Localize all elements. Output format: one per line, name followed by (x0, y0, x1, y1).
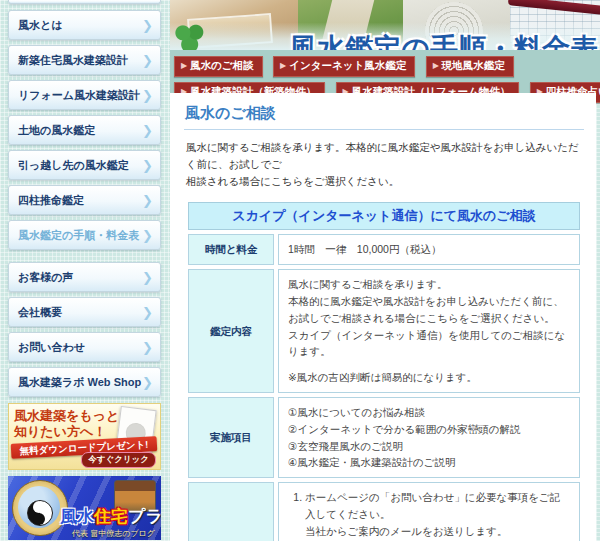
nav-button-label: 現地風水鑑定 (442, 59, 505, 71)
nav-button-onsite-appraisal[interactable]: ▶現地風水鑑定 (426, 56, 514, 77)
arrow-right-icon: ▶ (181, 61, 187, 70)
free-download-banner[interactable]: 風水建築をもっと 知りたい方へ！ 無料ダウンロードプレゼント! 今すぐクリック (8, 403, 161, 470)
sidebar-item-label: 風水とは (18, 18, 63, 33)
intro-paragraph: 風水に関するご相談を承ります。本格的に風水鑑定や風水設計をお申し込みいただく前に… (186, 139, 584, 189)
chevron-right-icon: ❯ (142, 305, 153, 320)
chevron-right-icon: ❯ (142, 193, 153, 208)
sidebar-item-procedure-price-active[interactable]: 風水鑑定の手順・料金表 ❯ (8, 220, 161, 250)
intro-line: 相談される場合にこちらをご選択ください。 (186, 175, 399, 187)
sidebar-item-label: 風水鑑定の手順・料金表 (18, 228, 139, 243)
table-row: 実施項目 ①風水についてのお悩み相談 ②インターネットで分かる範囲の外家巒頭の解… (188, 397, 580, 478)
chevron-right-icon: ❯ (142, 340, 153, 355)
table-row: 鑑定内容 風水に関するご相談を承ります。 本格的に風水鑑定や風水設計をお申し込み… (188, 269, 580, 393)
sidebar-item-customer-voice[interactable]: お客様の声 ❯ (8, 262, 161, 292)
row-value-time-price: 1時間 一律 10,000円（税込） (278, 234, 580, 265)
nav-button-label: 風水のご相談 (190, 59, 254, 71)
row-value-appraisal-content: 風水に関するご相談を承ります。 本格的に風水鑑定や風水設計をお申し込みいただく前… (278, 269, 580, 393)
sidebar-item-label: 風水建築ラボ Web Shop (18, 375, 141, 390)
table-row: 時間と料金 1時間 一律 10,000円（税込） (188, 234, 580, 265)
nav-button-consultation[interactable]: ▶風水のご相談 (174, 56, 263, 77)
banner-title-part2: 住宅 (94, 507, 128, 526)
quick-nav-row-1: ▶風水のご相談 ▶インターネット風水鑑定 ▶現地風水鑑定 (174, 55, 600, 77)
sidebar-item-new-house-design[interactable]: 新築住宅風水建築設計 ❯ (8, 45, 161, 75)
sidebar-item-land-appraisal[interactable]: 土地の風水鑑定 ❯ (8, 115, 161, 145)
sidebar: 風水とは ❯ 新築住宅風水建築設計 ❯ リフォーム風水建築設計 ❯ 土地の風水鑑… (8, 0, 161, 540)
sidebar-item-contact[interactable]: お問い合わせ ❯ (8, 332, 161, 362)
table-header-skype: スカイプ（インターネット通信）にて風水のご相談 (188, 202, 580, 230)
chevron-right-icon: ❯ (142, 270, 153, 285)
fusui-jutaku-plan-blog-banner[interactable]: 風水住宅プラン 代表 畠中僚志のブログ (8, 476, 161, 540)
yinyang-icon (27, 500, 53, 526)
cell-line: ④風水鑑定・風水建築設計のご説明 (288, 454, 570, 471)
main-content: 風水のご相談 風水に関するご相談を承ります。本格的に風水鑑定や風水設計をお申し込… (170, 93, 596, 541)
cell-line: 本格的に風水鑑定や風水設計をお申し込みいただく前に、お試しでご相談される場合にこ… (288, 293, 570, 327)
sidebar-item-clipped-top[interactable] (8, 0, 161, 4)
cell-line: ②インターネットで分かる範囲の外家巒頭の解説 (288, 421, 570, 438)
sidebar-item-label: 会社概要 (18, 305, 62, 320)
chevron-right-icon: ❯ (142, 18, 153, 33)
nav-button-label: インターネット風水鑑定 (289, 59, 406, 71)
banner-title: 風水住宅プラン (60, 505, 161, 528)
cell-line: ③玄空飛星風水のご説明 (288, 438, 570, 455)
row-value-implementation-items: ①風水についてのお悩み相談 ②インターネットで分かる範囲の外家巒頭の解説 ③玄空… (278, 397, 580, 478)
click-badge: 今すぐクリック (81, 452, 156, 468)
table-row: 手順と流れ ホームページの「お問い合わせ」に必要な事項をご記入してください。 当… (188, 482, 580, 541)
page: 風水とは ❯ 新築住宅風水建築設計 ❯ リフォーム風水建築設計 ❯ 土地の風水鑑… (0, 0, 600, 541)
header-photo-strip: 風水鑑定の手順・料金表 (170, 0, 600, 50)
arrow-right-icon: ▶ (280, 61, 286, 70)
cell-note: ※風水の吉凶判断は簡易的になります。 (288, 369, 570, 386)
sidebar-item-label: お客様の声 (18, 270, 74, 285)
row-label-time-price: 時間と料金 (188, 234, 274, 265)
sidebar-item-label: 新築住宅風水建築設計 (18, 53, 128, 68)
chevron-right-icon: ❯ (142, 158, 153, 173)
sidebar-item-reform-design[interactable]: リフォーム風水建築設計 ❯ (8, 80, 161, 110)
nav-button-internet-appraisal[interactable]: ▶インターネット風水鑑定 (273, 56, 415, 77)
clover-icon (172, 22, 206, 50)
skype-consultation-table: スカイプ（インターネット通信）にて風水のご相談 時間と料金 1時間 一律 10,… (184, 198, 584, 541)
cell-line: 当社からご案内のメールをお送りします。 (305, 523, 570, 540)
chevron-right-icon: ❯ (142, 88, 153, 103)
sidebar-item-four-pillars[interactable]: 四柱推命鑑定 ❯ (8, 185, 161, 215)
quick-nav: ▶風水のご相談 ▶インターネット風水鑑定 ▶現地風水鑑定 ▶風水建築設計（新築物… (170, 50, 600, 93)
row-label-appraisal-content: 鑑定内容 (188, 269, 274, 393)
procedure-steps: ホームページの「お問い合わせ」に必要な事項をご記入してください。 当社からご案内… (288, 489, 570, 541)
chevron-right-icon: ❯ (142, 228, 153, 243)
chevron-right-icon: ❯ (142, 375, 153, 390)
row-value-procedure-flow: ホームページの「お問い合わせ」に必要な事項をご記入してください。 当社からご案内… (278, 482, 580, 541)
intro-line: 風水に関するご相談を承ります。本格的に風水鑑定や風水設計をお申し込みいただく前に… (186, 141, 579, 170)
cell-line: ①風水についてのお悩み相談 (288, 404, 570, 421)
cell-line: ホームページの「お問い合わせ」に必要な事項をご記入してください。 (305, 489, 570, 523)
sidebar-item-moving-appraisal[interactable]: 引っ越し先の風水鑑定 ❯ (8, 150, 161, 180)
procedure-step-1: ホームページの「お問い合わせ」に必要な事項をご記入してください。 当社からご案内… (305, 489, 570, 541)
sidebar-item-about-fusui[interactable]: 風水とは ❯ (8, 10, 161, 40)
page-title: 風水鑑定の手順・料金表 (289, 30, 598, 50)
sidebar-item-webshop[interactable]: 風水建築ラボ Web Shop ❯ (8, 367, 161, 397)
section-title: 風水のご相談 (184, 104, 584, 130)
row-label-implementation-items: 実施項目 (188, 397, 274, 478)
cell-line: 風水に関するご相談を承ります。 (288, 276, 570, 293)
banner-title-part1: 風水 (60, 507, 94, 526)
banner-subtitle: 代表 畠中僚志のブログ (72, 528, 155, 539)
sidebar-item-label: リフォーム風水建築設計 (18, 88, 140, 103)
row-label-procedure-flow: 手順と流れ (188, 482, 274, 541)
sidebar-item-label: 土地の風水鑑定 (18, 123, 95, 138)
sidebar-item-label: お問い合わせ (18, 340, 85, 355)
banner-title-part3: プラン (128, 507, 161, 526)
chevron-right-icon: ❯ (142, 53, 153, 68)
sidebar-item-company[interactable]: 会社概要 ❯ (8, 297, 161, 327)
sidebar-item-label: 四柱推命鑑定 (18, 193, 84, 208)
sidebar-item-label: 引っ越し先の風水鑑定 (18, 158, 129, 173)
cell-line: スカイプ（インターネット通信）を使用してのご相談になります。 (288, 327, 570, 361)
arrow-right-icon: ▶ (433, 61, 439, 70)
chevron-right-icon: ❯ (142, 123, 153, 138)
